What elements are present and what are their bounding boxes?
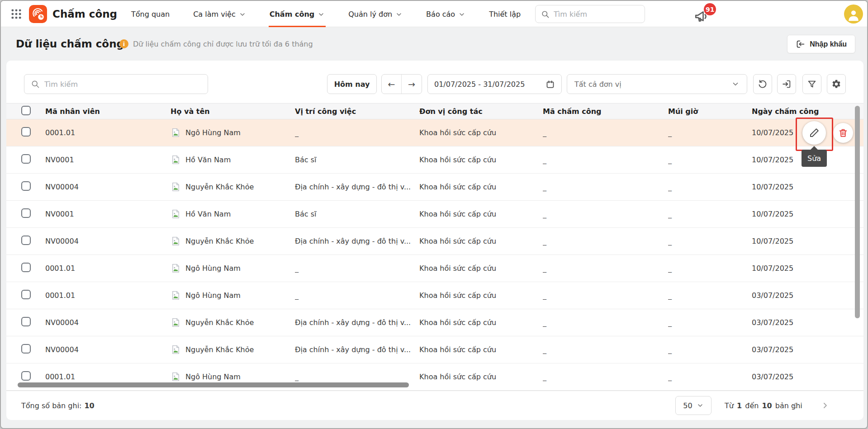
- date-cell: 10/07/2025: [752, 210, 863, 218]
- nav-item-tong-quan[interactable]: Tổng quan: [131, 1, 170, 27]
- export-button[interactable]: [777, 74, 796, 94]
- table-search-box: [24, 74, 208, 94]
- broken-image-icon: [171, 263, 181, 273]
- date-range-picker[interactable]: 01/07/2025 - 31/07/2025: [427, 74, 562, 94]
- import-button[interactable]: Nhập khẩu: [787, 35, 855, 53]
- notifications-button[interactable]: 91: [694, 6, 716, 24]
- table-row[interactable]: NV00004 Nguyễn Khắc Khỏe Địa chính - xây…: [6, 228, 863, 255]
- info-icon: i: [119, 39, 128, 48]
- apps-grid-icon[interactable]: [10, 8, 23, 20]
- calendar-icon: [545, 80, 555, 89]
- employee-code-cell: NV0001: [45, 156, 171, 164]
- select-all-checkbox[interactable]: [21, 106, 31, 115]
- chevron-down-icon: [697, 402, 704, 409]
- position-cell: Địa chính - xây dựng - đô thị v...: [295, 183, 419, 191]
- filter-icon: [807, 79, 817, 89]
- row-checkbox[interactable]: [21, 317, 31, 326]
- row-checkbox[interactable]: [21, 263, 31, 272]
- table-footer: Tổng số bản ghi:10 50 Từ 1 đến 10 bản gh…: [6, 391, 863, 420]
- row-checkbox[interactable]: [21, 344, 31, 354]
- unit-cell: Khoa hồi sức cấp cứu: [419, 156, 543, 164]
- today-button[interactable]: Hôm nay: [327, 74, 377, 94]
- settings-button[interactable]: [827, 74, 846, 94]
- table-row[interactable]: 0001.01 Ngô Hùng Nam _ Khoa hồi sức cấp …: [6, 255, 863, 282]
- table-row[interactable]: 0001.01 Ngô Hùng Nam _ Khoa hồi sức cấp …: [6, 282, 863, 309]
- row-checkbox[interactable]: [21, 208, 31, 218]
- edit-row-button[interactable]: [802, 121, 826, 145]
- employee-name-cell: Nguyễn Khắc Khỏe: [171, 182, 295, 192]
- row-checkbox[interactable]: [21, 127, 31, 137]
- unit-cell: Khoa hồi sức cấp cứu: [419, 210, 543, 218]
- unit-cell: Khoa hồi sức cấp cứu: [419, 318, 543, 327]
- delete-row-button[interactable]: [833, 123, 853, 143]
- row-checkbox[interactable]: [21, 290, 31, 299]
- row-checkbox[interactable]: [21, 371, 31, 381]
- page-title: Dữ liệu chấm công: [16, 27, 124, 61]
- row-checkbox[interactable]: [21, 236, 31, 245]
- edit-tooltip: Sửa: [802, 150, 827, 167]
- table-search-input[interactable]: [44, 80, 201, 89]
- employee-code-cell: NV00004: [45, 345, 171, 354]
- column-header: Múi giờ: [668, 107, 752, 116]
- timezone-cell: _: [668, 128, 752, 137]
- chevron-right-icon: [821, 401, 830, 410]
- previous-page-button[interactable]: [788, 399, 802, 412]
- main-nav: Tổng quan Ca làm việc Chấm công Quản lý …: [131, 1, 521, 27]
- employee-code-cell: 0001.01: [45, 264, 171, 273]
- unit-cell: Khoa hồi sức cấp cứu: [419, 372, 543, 381]
- nav-item-ca-lam-viec[interactable]: Ca làm việc: [193, 1, 246, 27]
- global-search-box: [535, 5, 645, 23]
- employee-name-cell: Nguyễn Khắc Khỏe: [171, 317, 295, 328]
- employee-code-cell: NV0001: [45, 210, 171, 218]
- refresh-icon: [758, 79, 768, 89]
- date-cell: 10/07/2025: [752, 237, 863, 245]
- prev-period-button[interactable]: ←: [382, 75, 402, 94]
- row-checkbox[interactable]: [21, 154, 31, 164]
- search-icon: [541, 10, 550, 19]
- filter-button[interactable]: [802, 74, 821, 94]
- vertical-scrollbar[interactable]: [855, 106, 860, 318]
- global-search-input[interactable]: [554, 10, 639, 19]
- date-cell: 03/07/2025: [752, 318, 863, 327]
- page-size-select[interactable]: 50: [675, 396, 711, 415]
- search-icon: [31, 80, 40, 89]
- table-header-row: Mã nhân viên Họ và tên Vị trí công việc …: [6, 103, 863, 119]
- user-avatar[interactable]: [844, 5, 863, 24]
- attendance-code-cell: _: [543, 210, 668, 218]
- attendance-code-cell: _: [543, 318, 668, 327]
- unit-filter-select[interactable]: Tất cả đơn vị: [567, 74, 747, 94]
- position-cell: Địa chính - xây dựng - đô thị v...: [295, 237, 419, 245]
- date-cell: 03/07/2025: [752, 345, 863, 354]
- table-row[interactable]: NV0001 Hồ Văn Nam Bác sĩ Khoa hồi sức cấ…: [6, 201, 863, 228]
- nav-item-quan-ly-don[interactable]: Quản lý đơn: [348, 1, 403, 27]
- unit-cell: Khoa hồi sức cấp cứu: [419, 291, 543, 300]
- table-row[interactable]: NV00004 Nguyễn Khắc Khỏe Địa chính - xây…: [6, 336, 863, 363]
- next-page-button[interactable]: [818, 399, 832, 412]
- chevron-down-icon: [395, 11, 403, 18]
- table-row[interactable]: NV00004 Nguyễn Khắc Khỏe Địa chính - xây…: [6, 174, 863, 201]
- refresh-button[interactable]: [753, 74, 772, 94]
- table-row[interactable]: NV0001 Hồ Văn Nam Bác sĩ Khoa hồi sức cấ…: [6, 146, 863, 174]
- nav-item-cham-cong[interactable]: Chấm công: [270, 1, 325, 27]
- import-icon: [796, 39, 805, 49]
- trash-icon: [838, 128, 848, 138]
- table-row[interactable]: 0001.01 Ngô Hùng Nam _ Khoa hồi sức cấp …: [6, 119, 863, 146]
- position-cell: _: [295, 291, 419, 300]
- employee-name-cell: Nguyễn Khắc Khỏe: [171, 344, 295, 355]
- position-cell: _: [295, 128, 419, 137]
- next-period-button[interactable]: →: [402, 75, 422, 94]
- employee-name-cell: Nguyễn Khắc Khỏe: [171, 236, 295, 246]
- nav-item-bao-cao[interactable]: Báo cáo: [426, 1, 465, 27]
- horizontal-scrollbar[interactable]: [18, 382, 409, 387]
- page-header: Dữ liệu chấm công i Dữ liệu chấm công ch…: [1, 27, 867, 61]
- timekeeping-app-logo-icon[interactable]: [29, 5, 47, 23]
- attendance-code-cell: _: [543, 291, 668, 300]
- date-cell: 03/07/2025: [752, 372, 863, 381]
- table-row[interactable]: NV00004 Nguyễn Khắc Khỏe Địa chính - xây…: [6, 309, 863, 336]
- employee-code-cell: 0001.01: [45, 291, 171, 300]
- unit-cell: Khoa hồi sức cấp cứu: [419, 264, 543, 273]
- employee-name-cell: Hồ Văn Nam: [171, 155, 295, 165]
- row-checkbox[interactable]: [21, 181, 31, 191]
- column-header: Họ và tên: [171, 107, 295, 116]
- nav-item-thiet-lap[interactable]: Thiết lập: [489, 1, 521, 27]
